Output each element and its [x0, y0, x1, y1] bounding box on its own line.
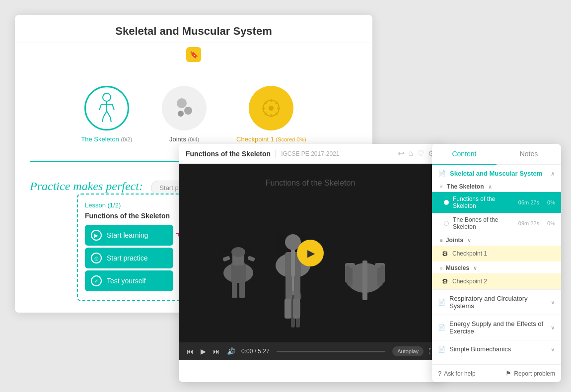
svg-point-9 — [177, 98, 187, 108]
subsection-skeleton[interactable]: ≡ The Skeleton ∧ — [432, 180, 561, 192]
undo-icon[interactable]: ↩ — [398, 149, 404, 158]
svg-rect-48 — [291, 315, 295, 327]
section-respiratory[interactable]: 📄 Respiratory and Circulatory Systems ∨ — [432, 289, 561, 315]
skeleton-label: The Skeleton (0/2) — [81, 135, 132, 143]
svg-rect-28 — [222, 256, 230, 261]
svg-rect-30 — [232, 281, 237, 298]
report-problem-button[interactable]: ⚑ Report problem — [505, 370, 555, 377]
energy-book-icon: 📄 — [438, 324, 445, 331]
modules-row: The Skeleton (0/2) Joints (0/4) — [15, 66, 372, 153]
skip-back-button[interactable]: ⏮ — [186, 346, 195, 356]
panel-actions: ↩ ⌂ ♡ ⚙ — [398, 149, 435, 158]
tab-notes[interactable]: Notes — [497, 144, 561, 164]
test-yourself-button[interactable]: ✓ Test yourself — [85, 270, 173, 291]
svg-rect-25 — [231, 263, 246, 283]
practice-label: Practice makes perfect: — [30, 180, 143, 193]
lesson-row-functions[interactable]: Functions of the Skeleton 05m 27s 0% — [432, 192, 561, 213]
skip-forward-button[interactable]: ⏭ — [212, 346, 221, 356]
svg-point-13 — [269, 106, 274, 111]
video-skeleton-illustration — [179, 203, 417, 342]
muscles-chevron: ∨ — [473, 265, 477, 271]
svg-rect-49 — [296, 315, 300, 327]
video-title-overlay: Functions of the Skeleton — [266, 179, 356, 188]
svg-point-10 — [184, 107, 192, 115]
svg-line-7 — [102, 117, 103, 122]
svg-line-6 — [107, 111, 110, 117]
autoplay-button[interactable]: Autoplay — [392, 346, 424, 356]
joints-chevron: ∨ — [467, 237, 471, 244]
svg-rect-44 — [345, 265, 350, 283]
joints-drag-icon: ≡ — [440, 238, 443, 243]
section-skeletal[interactable]: 📄 Skeletal and Muscular System ∧ — [432, 165, 561, 180]
checkpoint-1-row[interactable]: ⚙ Checkpoint 1 — [432, 246, 561, 261]
start-practice-lesson-button[interactable]: ◎ Start practice — [85, 248, 173, 268]
lesson-dot — [444, 221, 449, 226]
video-controls: ⏮ ▶ ⏭ 🔊 0:00 / 5:27 Autoplay ⛶ — [179, 342, 442, 360]
section-health[interactable]: 📄 Health, Fitness and Training ∨ — [432, 358, 561, 364]
checkpoint2-gear-icon: ⚙ — [442, 277, 448, 285]
svg-point-46 — [289, 290, 301, 302]
chevron-up-icon: ∧ — [551, 170, 555, 177]
svg-point-0 — [103, 93, 111, 101]
bg-card-title: Skeletal and Muscular System — [15, 15, 372, 43]
panel-subtitle: IGCSE PE 2017-2021 — [281, 150, 339, 157]
svg-line-5 — [103, 111, 107, 117]
panel-title: Functions of the Skeleton — [186, 150, 271, 158]
checkpoint-circle — [249, 86, 293, 131]
svg-rect-45 — [380, 265, 385, 283]
start-learning-label: Start learning — [107, 231, 148, 239]
checkpoint-icon — [260, 97, 282, 119]
subsection-chevron-up: ∧ — [488, 184, 492, 190]
joints-label: Joints (0/4) — [169, 135, 199, 143]
subsection-muscles[interactable]: ≡ Muscles ∨ — [432, 261, 561, 273]
svg-point-11 — [178, 111, 184, 117]
joints-icon — [172, 96, 197, 121]
module-checkpoint[interactable]: Checkpoint 1 (Scored 0%) — [236, 86, 306, 143]
help-icon: ? — [438, 370, 441, 377]
svg-rect-31 — [239, 281, 245, 298]
start-learning-button[interactable]: ▶ Start learning — [85, 225, 173, 246]
subsection-joints[interactable]: ≡ Joints ∨ — [432, 234, 561, 246]
joints-circle — [162, 86, 207, 131]
svg-rect-29 — [247, 256, 255, 261]
bookmark-icon: 🔖 — [186, 47, 201, 62]
sidebar-footer: ? Ask for help ⚑ Report problem — [432, 364, 561, 382]
ask-help-button[interactable]: ? Ask for help — [438, 370, 476, 377]
checkpoint-2-row[interactable]: ⚙ Checkpoint 2 — [432, 273, 561, 289]
section-biomechanics[interactable]: 📄 Simple Biomechanics ∨ — [432, 340, 561, 358]
play-pause-button[interactable]: ▶ — [200, 346, 207, 356]
module-skeleton[interactable]: The Skeleton (0/2) — [81, 86, 132, 143]
practice-icon: ◎ — [91, 253, 102, 263]
svg-line-3 — [99, 104, 101, 110]
checkpoint-label: Checkpoint 1 (Scored 0%) — [236, 135, 306, 143]
active-lesson-dot — [444, 200, 449, 205]
section-energy[interactable]: 📄 Energy Supply and the Effects of Exerc… — [432, 315, 561, 340]
flag-icon: ⚑ — [505, 370, 511, 377]
volume-button[interactable]: 🔊 — [226, 346, 236, 356]
resp-book-icon: 📄 — [438, 299, 445, 306]
home-icon[interactable]: ⌂ — [408, 149, 413, 158]
lesson-row-bones[interactable]: The Bones of the Skeleton 09m 22s 0% — [432, 213, 561, 234]
skeleton-icon — [94, 93, 119, 123]
lesson-name: Functions of the Skeleton — [85, 212, 173, 220]
module-joints[interactable]: Joints (0/4) — [162, 86, 207, 143]
drag-icon: ≡ — [440, 184, 443, 190]
svg-rect-38 — [285, 299, 291, 319]
time-display: 0:00 / 5:27 — [241, 348, 270, 355]
tab-content[interactable]: Content — [432, 144, 497, 165]
video-panel: Functions of the Skeleton IGCSE PE 2017-… — [179, 144, 442, 382]
start-practice-label: Start practice — [107, 254, 147, 262]
checkpoint-gear-icon: ⚙ — [442, 250, 448, 258]
sidebar-scroll-content: 📄 Skeletal and Muscular System ∧ ≡ The S… — [432, 165, 561, 364]
video-area: Functions of the Skeleton — [179, 164, 442, 342]
sidebar-tabs: Content Notes — [432, 144, 561, 165]
section-book-icon: 📄 — [438, 170, 446, 177]
play-button[interactable]: ▶ — [297, 240, 324, 266]
svg-rect-47 — [290, 301, 300, 316]
test-yourself-label: Test yourself — [107, 277, 146, 285]
bookmark-heart-icon[interactable]: ♡ — [417, 149, 424, 158]
progress-bar[interactable] — [277, 351, 385, 352]
lesson-box: Lesson (1/2) Functions of the Skeleton ▶… — [77, 194, 181, 301]
muscles-drag-icon: ≡ — [440, 265, 443, 271]
panel-header: Functions of the Skeleton IGCSE PE 2017-… — [179, 144, 442, 164]
